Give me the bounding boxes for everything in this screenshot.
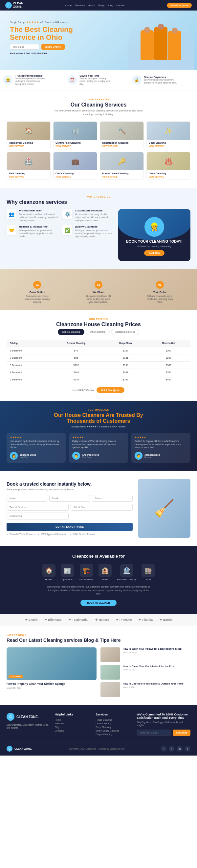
social-twitter-icon[interactable]: t (169, 746, 175, 752)
booking-phone-input[interactable] (92, 495, 133, 502)
booking-postcode-input[interactable] (7, 513, 69, 520)
social-instagram-icon[interactable]: in (177, 746, 183, 752)
service-link-1[interactable]: VIEW SERVICE (56, 145, 95, 147)
services-label: OUR SERVICES (7, 98, 191, 101)
service-link-5[interactable]: VIEW SERVICE (56, 176, 95, 178)
pricing-tab-1[interactable]: Office Cleaning (86, 329, 110, 335)
service-link-3[interactable]: VIEW SERVICE (149, 145, 188, 147)
footer-link-0[interactable]: Home (55, 719, 91, 721)
footer-copyright: Copyright © 2024 Cleanzone | Powered by … (69, 748, 125, 750)
step-number-1: 02 (95, 281, 102, 289)
saves-time-icon: ⏰ (68, 75, 77, 85)
partner-name-6: Barolo (163, 618, 173, 621)
service-img-residential: 🏠 (7, 122, 50, 140)
pricing-row-1: 2 Bedroom $95 $131 $240 (7, 354, 191, 361)
service-link-2[interactable]: VIEW SERVICE (102, 145, 141, 147)
service-card-7[interactable]: ♨️ Oven Cleaning VIEW SERVICE (146, 152, 191, 180)
nav-services[interactable]: Services (75, 4, 85, 7)
steps-row: 01 Book Online Book online and choose yo… (7, 281, 191, 304)
blog-item-content-1: How to Clean Your Car Interior Like the … (123, 665, 191, 671)
rating-value: 4.9 (40, 21, 44, 23)
secure-payments-icon: 🔒 (132, 75, 141, 85)
step-number-2: 03 (156, 281, 164, 289)
service-card-1[interactable]: 🏢 Commercial Cleaning VIEW SERVICE (53, 121, 97, 149)
available-item-2: 🏗️ Condominiums (79, 564, 93, 581)
blog-item-title-2: How to Get Rid of Flies Inside & Outside… (123, 682, 191, 685)
nav-about[interactable]: About (88, 4, 95, 7)
navbar-cta-button[interactable]: Get a Free Quote (167, 3, 192, 8)
available-label-1: Apartments (61, 578, 74, 581)
booking-name-input[interactable] (7, 495, 47, 502)
step-title-1: We Clean (68, 291, 129, 293)
hero-call: Book online & Get 1-800-000-0000 (10, 52, 191, 55)
service-link-0[interactable]: VIEW SERVICE (9, 145, 48, 147)
hero-book-button[interactable]: Book Online (41, 44, 65, 50)
blog-item-img-0 (100, 647, 120, 662)
nav-blog[interactable]: Blog (108, 4, 113, 7)
testimonial-role-2: Brooklyn (144, 456, 160, 458)
service-img-lease: 🔑 (100, 152, 143, 170)
blog-item-1[interactable]: How to Clean Your Car Interior Like the … (100, 665, 191, 680)
footer-service-3[interactable]: End of Lease Cleaning (96, 730, 131, 732)
pricing-cta-button[interactable]: Get A Free Quote (97, 387, 125, 393)
booking-date-input[interactable] (71, 504, 133, 510)
blog-main-post[interactable]: CLEANING How to Properly Clean Your Kitc… (7, 647, 97, 697)
footer-service-1[interactable]: Office Cleaning (96, 722, 131, 725)
blog-item-0[interactable]: How to Wash Your Pillows for a Best Nigh… (100, 647, 191, 662)
nav-page[interactable]: Page (98, 4, 105, 7)
why-cta-button[interactable]: Book Now (144, 250, 164, 256)
service-img-construction: 🔨 (100, 122, 143, 140)
testimonial-author-1: 👨 Anderson Reed New Jersey (72, 452, 125, 460)
blog-item-title-0: How to Wash Your Pillows for a Best Nigh… (123, 647, 191, 651)
service-card-3[interactable]: ✨ Deep Cleaning VIEW SERVICE (146, 121, 191, 149)
footer-link-1[interactable]: About Us (55, 722, 91, 725)
testimonials-rating: Google Rating ★★★★★ 4.9 Based on 3,00+ r… (7, 426, 191, 428)
footer-link-3[interactable]: Contacts (55, 730, 91, 732)
booking-service-input[interactable] (7, 504, 69, 510)
available-title: Cleanzone is Available for (7, 554, 191, 559)
nav-home[interactable]: Home (65, 4, 72, 7)
step-number-0: 01 (33, 281, 41, 289)
pricing-tab-2[interactable]: Additional Services (111, 329, 139, 335)
hero-email-input[interactable] (10, 44, 39, 50)
pricing-tab-0[interactable]: General Cleaning (58, 329, 84, 335)
footer-link-2[interactable]: Blog (55, 726, 91, 728)
partner-0: ✦ Clutch (25, 618, 38, 622)
footer-logo-text: CLEAN ZONE. (17, 715, 39, 719)
footer-newsletter-input[interactable] (137, 730, 171, 736)
service-link-4[interactable]: VIEW SERVICE (9, 176, 48, 178)
pricing-label: OUR PRICING (7, 318, 191, 320)
service-link-6[interactable]: VIEW SERVICE (102, 176, 141, 178)
footer-logo-icon: C (7, 713, 14, 721)
service-card-5[interactable]: 💼 Office Cleaning VIEW SERVICE (53, 152, 97, 180)
social-linkedin-icon[interactable]: li (185, 746, 191, 752)
nav-contact[interactable]: Contact (116, 4, 125, 7)
social-facebook-icon[interactable]: f (161, 746, 167, 752)
service-link-7[interactable]: VIEW SERVICE (149, 176, 188, 178)
blog-item-img-1 (100, 665, 120, 680)
logo-icon: C (5, 2, 12, 8)
footer-service-2[interactable]: Deep Cleaning (96, 726, 131, 728)
pricing-header-0: Pricing (7, 340, 48, 347)
footer-service-4[interactable]: Carpet Cleaning (96, 733, 131, 736)
service-card-0[interactable]: 🏠 Residential Cleaning VIEW SERVICE (7, 121, 51, 149)
booking-submit-button[interactable]: GET AN EXACT PRICE (7, 523, 133, 531)
service-card-6[interactable]: 🔑 End of Lease Cleaning VIEW SERVICE (100, 152, 144, 180)
service-card-2[interactable]: 🔨 Construction Cleaning VIEW SERVICE (100, 121, 144, 149)
footer-service-0[interactable]: House Cleaning (96, 719, 131, 721)
pricing-section: OUR PRICING Cleanzone House Cleaning Pri… (0, 310, 197, 401)
stars-2: ★★★★★ (135, 436, 187, 439)
blog-item-2[interactable]: How to Get Rid of Flies Inside & Outside… (100, 682, 191, 697)
footer-newsletter-button[interactable]: Subscribe (173, 730, 191, 736)
booking-badge-2: ✓5-Star Service Assured (70, 533, 94, 536)
available-icon-1: 🏢 (61, 564, 74, 577)
testimonial-text-2: Couldn't be happier with the results! Cl… (135, 440, 187, 449)
available-icon-5: 🏬 (141, 564, 155, 577)
available-cta-button[interactable]: BOOK MY CLEANER (80, 600, 116, 606)
available-desc: With industry-leading quality controls, … (46, 585, 151, 596)
available-icon-3: 🏨 (98, 564, 112, 577)
booking-email-input[interactable] (49, 495, 90, 502)
service-card-4[interactable]: 🏥 NHS Cleaning VIEW SERVICE (7, 152, 51, 180)
partner-5: ✦ Planika (138, 618, 153, 622)
steps-content: 01 Book Online Book online and choose yo… (7, 281, 191, 304)
